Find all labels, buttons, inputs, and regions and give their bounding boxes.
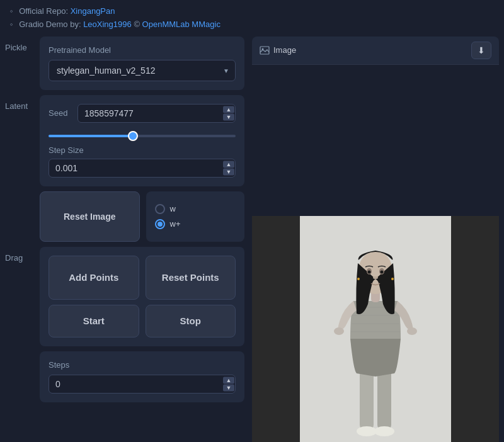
reset-radio-row: Reset Image w w+: [40, 191, 244, 242]
start-button[interactable]: Start: [49, 305, 139, 337]
steps-input[interactable]: [49, 375, 236, 394]
drag-top-row: Add Points Reset Points: [49, 256, 236, 300]
svg-point-19: [373, 276, 378, 279]
main-layout: Pickle Pretrained Model stylegan_human_v…: [0, 37, 504, 442]
demo-label: Gradio Demo by:: [19, 20, 81, 29]
svg-rect-3: [360, 367, 374, 430]
svg-point-20: [357, 278, 360, 280]
drag-label: Drag: [5, 247, 40, 263]
step-size-input-container: ▲ ▼: [49, 159, 236, 178]
left-panel: Pickle Pretrained Model stylegan_human_v…: [5, 37, 244, 442]
image-tab-label: Image: [273, 45, 296, 55]
image-header: Image ⬇: [252, 37, 499, 65]
reset-points-button[interactable]: Reset Points: [146, 256, 236, 300]
latent-label: Latent: [5, 95, 40, 111]
seed-input-container: ▲ ▼: [77, 104, 236, 123]
download-button[interactable]: ⬇: [471, 42, 491, 59]
step-size-section: Step Size ▲ ▼: [49, 145, 236, 178]
pretrained-model-label: Pretrained Model: [49, 45, 236, 55]
seed-row: Seed ▲ ▼: [49, 104, 236, 123]
steps-field-label: Steps: [49, 360, 236, 370]
radio-w-label: w: [170, 204, 176, 213]
seed-slider-container: [49, 129, 236, 139]
radio-w-plus-inner: [158, 222, 163, 227]
radio-w-circle: [155, 204, 165, 214]
svg-point-21: [391, 278, 394, 280]
steps-spin-buttons: ▲ ▼: [223, 377, 234, 391]
steps-input-container: ▲ ▼: [49, 375, 236, 394]
svg-point-17: [368, 270, 371, 273]
radio-w[interactable]: w: [155, 204, 236, 214]
step-size-input[interactable]: [49, 159, 236, 178]
steps-label-text: [5, 351, 40, 358]
step-size-spin-buttons: ▲ ▼: [223, 161, 234, 175]
image-tab: Image: [260, 45, 296, 55]
demo-link1[interactable]: LeoXing1996: [83, 20, 132, 29]
seed-text-label: Seed: [49, 108, 71, 118]
radio-w-plus-label: w+: [170, 219, 181, 229]
steps-section: Steps ▲ ▼: [5, 351, 244, 402]
top-bar: ◦ Official Repo: XingangPan ◦ Gradio Dem…: [0, 0, 504, 37]
demo-sep: ©: [134, 20, 140, 29]
svg-point-6: [374, 426, 394, 436]
drag-section: Drag Add Points Reset Points Start Stop: [5, 247, 244, 346]
seed-spin-down[interactable]: ▼: [223, 113, 234, 120]
radio-w-plus[interactable]: w+: [155, 219, 236, 229]
image-area-top[interactable]: [252, 65, 499, 216]
svg-rect-4: [377, 367, 391, 430]
latent-section: Latent Seed ▲ ▼ Step Size: [5, 95, 244, 186]
model-dropdown[interactable]: stylegan_human_v2_512: [49, 60, 236, 81]
image-area-bottom[interactable]: [252, 216, 499, 442]
pickle-section: Pickle Pretrained Model stylegan_human_v…: [5, 37, 244, 90]
svg-point-18: [381, 270, 384, 273]
step-size-label: Step Size: [49, 145, 236, 155]
demo-link2[interactable]: OpenMMLab MMagic: [142, 20, 220, 29]
drag-bottom-row: Start Stop: [49, 305, 236, 337]
step-size-spin-down[interactable]: ▼: [223, 168, 234, 175]
svg-point-12: [407, 327, 417, 335]
radio-w-plus-circle: [155, 219, 165, 229]
image-tab-icon: [260, 45, 270, 55]
radio-group: w w+: [146, 191, 245, 242]
steps-spin-down[interactable]: ▼: [223, 384, 234, 391]
repo-label: Official Repo:: [19, 6, 68, 16]
download-icon: ⬇: [478, 45, 485, 55]
reset-image-button[interactable]: Reset Image: [40, 191, 140, 242]
model-dropdown-container: stylegan_human_v2_512 ▼: [49, 60, 236, 81]
pickle-content: Pretrained Model stylegan_human_v2_512 ▼: [40, 37, 244, 90]
add-points-button[interactable]: Add Points: [49, 256, 139, 300]
seed-spin-buttons: ▲ ▼: [223, 106, 234, 120]
image-panel: Image ⬇: [252, 37, 499, 442]
svg-point-11: [334, 327, 344, 335]
latent-content: Seed ▲ ▼ Step Size: [40, 95, 244, 186]
step-size-spin-up[interactable]: ▲: [223, 161, 234, 167]
fashion-model-svg: [300, 216, 451, 442]
right-panel: Image ⬇: [252, 37, 499, 442]
steps-spin-up[interactable]: ▲: [223, 377, 234, 383]
repo-link[interactable]: XingangPan: [71, 6, 115, 16]
seed-input[interactable]: [77, 104, 236, 123]
seed-slider[interactable]: [49, 135, 236, 137]
pickle-label: Pickle: [5, 37, 40, 52]
stop-button[interactable]: Stop: [146, 305, 236, 337]
drag-buttons-box: Add Points Reset Points Start Stop: [40, 247, 244, 346]
steps-content: Steps ▲ ▼: [40, 351, 244, 402]
svg-point-5: [357, 426, 377, 436]
seed-spin-up[interactable]: ▲: [223, 106, 234, 113]
